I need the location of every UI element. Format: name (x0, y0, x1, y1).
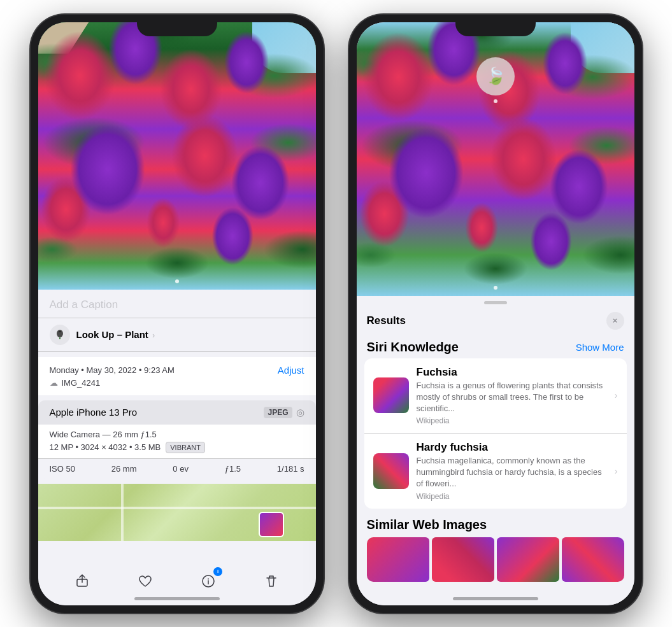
close-button[interactable]: × (606, 312, 624, 330)
share-button[interactable] (71, 570, 94, 593)
mp-info: 12 MP • 3024 × 4032 • 3.5 MB (50, 442, 161, 452)
device-card: Apple iPhone 13 Pro JPEG ◎ Wide Camera —… (38, 400, 316, 479)
results-header: Results × (357, 304, 634, 335)
hardy-fuchsia-info: Hardy fuchsia Fuchsia magellanica, commo… (417, 441, 607, 501)
phone-notch (137, 15, 217, 36)
map-road-horizontal (38, 507, 316, 509)
web-image-4[interactable] (562, 537, 624, 582)
device-details: Wide Camera — 26 mm ƒ1.5 12 MP • 3024 × … (38, 425, 316, 458)
web-images-row (367, 537, 624, 582)
siri-knowledge-title: Siri Knowledge (367, 340, 459, 355)
home-indicator-2 (453, 597, 538, 600)
filename-row: ☁ IMG_4241 (50, 378, 304, 388)
camera-icon: ◎ (296, 407, 304, 418)
web-images-section: Similar Web Images (357, 512, 634, 584)
info-button-wrap[interactable]: i (197, 570, 220, 593)
iso-value: ISO 50 (50, 464, 75, 474)
lookup-chevron-icon: › (152, 330, 155, 340)
photo-area-2: 🍃 (357, 22, 634, 296)
vibrant-badge: VIBRANT (166, 442, 205, 453)
map-preview[interactable] (38, 484, 316, 541)
page-dot (175, 279, 179, 283)
fuchsia-chevron-icon: › (615, 390, 618, 400)
exif-row: ISO 50 26 mm 0 ev ƒ1.5 1/181 s (38, 458, 316, 479)
delete-button[interactable] (260, 570, 283, 593)
svg-rect-1 (59, 331, 61, 332)
web-image-3[interactable] (497, 537, 559, 582)
filename: IMG_4241 (62, 378, 101, 388)
phone-screen-2: 🍃 Results × Siri Knowledge Show More (357, 22, 634, 605)
home-indicator-1 (134, 597, 220, 600)
lookup-label: Look Up – Plant › (76, 329, 155, 340)
date-text: Monday • May 30, 2022 • 9:23 AM (50, 365, 175, 375)
adjust-button[interactable]: Adjust (278, 365, 304, 376)
format-row: JPEG ◎ (264, 407, 304, 418)
map-photo-thumbnail (259, 512, 284, 537)
exposure: 0 ev (173, 464, 189, 474)
leaf-icon: 🍃 (485, 66, 506, 86)
phone-notch-2 (455, 15, 536, 36)
format-badge: JPEG (264, 407, 292, 418)
web-images-title: Similar Web Images (367, 518, 624, 532)
phone-1: Add a Caption Look Up – Plant › (31, 15, 324, 613)
web-image-1[interactable] (367, 537, 429, 582)
lookup-row[interactable]: Look Up – Plant › (38, 318, 316, 352)
hardy-fuchsia-chevron-icon: › (615, 466, 618, 476)
shutter-speed: 1/181 s (277, 464, 304, 474)
photo-area-1[interactable] (38, 22, 316, 290)
hardy-fuchsia-description: Fuchsia magellanica, commonly known as t… (417, 455, 607, 490)
caption-area[interactable]: Add a Caption (38, 290, 316, 318)
camera-spec: Wide Camera — 26 mm ƒ1.5 (50, 430, 304, 439)
info-badge: i (213, 567, 222, 576)
device-header: Apple iPhone 13 Pro JPEG ◎ (38, 400, 316, 425)
aperture: ƒ1.5 (225, 464, 241, 474)
svg-point-4 (208, 578, 209, 579)
photo-info-content: Add a Caption Look Up – Plant › (38, 290, 316, 605)
favorite-button[interactable] (134, 570, 157, 593)
page-dot-2 (494, 286, 497, 290)
knowledge-item-hardy-fuchsia[interactable]: Hardy fuchsia Fuchsia magellanica, commo… (364, 433, 627, 509)
knowledge-item-fuchsia[interactable]: Fuchsia Fuchsia is a genus of flowering … (364, 358, 627, 434)
web-image-2[interactable] (432, 537, 494, 582)
fuchsia-thumbnail (373, 377, 409, 413)
show-more-button[interactable]: Show More (576, 342, 624, 353)
siri-dot (494, 99, 497, 103)
fuchsia-description: Fuchsia is a genus of flowering plants t… (417, 380, 607, 415)
phone-screen-1: Add a Caption Look Up – Plant › (38, 22, 316, 605)
siri-visual-intelligence-button[interactable]: 🍃 (476, 57, 515, 95)
focal-length: 26 mm (111, 464, 137, 474)
siri-knowledge-header: Siri Knowledge Show More (357, 335, 634, 358)
hardy-fuchsia-thumbnail (373, 453, 409, 489)
date-row: Monday • May 30, 2022 • 9:23 AM Adjust (50, 365, 304, 376)
hardy-fuchsia-name: Hardy fuchsia (417, 441, 607, 454)
caption-placeholder[interactable]: Add a Caption (50, 299, 118, 311)
mp-row: 12 MP • 3024 × 4032 • 3.5 MB VIBRANT (50, 442, 304, 453)
fuchsia-source: Wikipedia (417, 416, 607, 425)
info-card: Monday • May 30, 2022 • 9:23 AM Adjust ☁… (38, 357, 316, 395)
hardy-fuchsia-source: Wikipedia (417, 492, 607, 501)
lookup-icon (50, 325, 70, 345)
fuchsia-name: Fuchsia (417, 366, 607, 379)
svg-point-0 (57, 330, 63, 337)
knowledge-card: Fuchsia Fuchsia is a genus of flowering … (364, 358, 627, 509)
cloud-icon: ☁ (50, 378, 58, 388)
map-road-vertical (121, 484, 124, 541)
phone1-toolbar: i (38, 570, 316, 593)
device-name: Apple iPhone 13 Pro (50, 407, 138, 418)
phone-2: 🍃 Results × Siri Knowledge Show More (349, 15, 642, 613)
flower-overlay (38, 22, 316, 290)
results-panel: Results × Siri Knowledge Show More Fuchs… (357, 296, 634, 605)
results-title: Results (367, 314, 406, 327)
fuchsia-info: Fuchsia Fuchsia is a genus of flowering … (417, 366, 607, 426)
